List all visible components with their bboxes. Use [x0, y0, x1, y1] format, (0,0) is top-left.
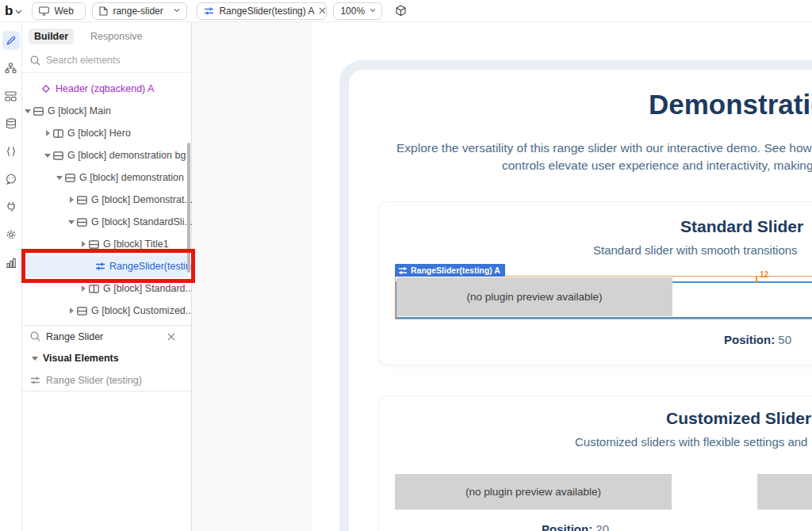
tree-label: G [block] Standard... [103, 283, 192, 294]
group-rows-icon [63, 174, 76, 182]
caret-right-icon[interactable] [67, 197, 75, 203]
settings-gear-icon[interactable] [2, 225, 20, 244]
page-select[interactable]: range-slider [92, 2, 187, 20]
tree-item-demonstration-bg[interactable]: G [block] demonstration bg [22, 144, 192, 166]
zoom-select[interactable]: 100% [333, 2, 382, 20]
caret-down-icon [32, 357, 38, 361]
search-icon [30, 55, 40, 66]
tree-item-demonstration[interactable]: G [block] demonstration [22, 166, 192, 189]
tree-item-standardsli[interactable]: G [block] StandardSli... [22, 211, 192, 233]
backend-braces-icon[interactable] [2, 142, 20, 161]
tree-item-hero[interactable]: G [block] Hero [22, 122, 192, 144]
platform-select[interactable]: Web [32, 2, 86, 20]
plugins-plug-icon[interactable] [2, 197, 20, 216]
design-canvas[interactable]: Demonstration Explore the versatility of… [192, 22, 812, 531]
page-icon [99, 6, 108, 16]
element-search-row [22, 325, 192, 347]
reusable-diamond-icon [40, 84, 52, 94]
position-value: 50 [778, 333, 791, 346]
tree-item-customized[interactable]: G [block] Customized... [22, 300, 192, 322]
gap-size-label: 12 [760, 270, 768, 279]
badge-label: RangeSlider(testing) A [411, 266, 500, 275]
close-tab-icon[interactable] [319, 7, 326, 14]
tree-label: G [block] demonstration [79, 172, 184, 183]
selected-element-badge[interactable]: RangeSlider(testing) A [395, 264, 505, 277]
left-icon-rail [0, 22, 22, 531]
position-label: Position: [724, 333, 775, 346]
plugin-preview-placeholder[interactable]: (no plugin preview available) [395, 474, 672, 510]
panel-tabs: Builder Responsive [22, 22, 191, 49]
standard-card-title: Standard Slider [680, 217, 803, 236]
clear-search-icon[interactable] [167, 333, 175, 341]
tree-item-header[interactable]: Header (zqbackend) A [22, 78, 192, 100]
annotation-highlight-box [21, 249, 195, 283]
element-tab[interactable]: RangeSlider(testing) A [197, 2, 327, 20]
group-columns-icon [52, 129, 64, 138]
component-cube-icon[interactable] [395, 5, 407, 17]
position-label: Position: [542, 522, 592, 531]
group-rows-icon [75, 196, 88, 204]
workflow-sitemap-icon[interactable] [2, 59, 20, 78]
element-search-input[interactable] [46, 331, 162, 342]
search-elements-input[interactable] [46, 55, 165, 66]
palette-item-label: Range Slider (testing) [46, 375, 142, 386]
standard-position-readout: Position: 50 [724, 333, 791, 346]
customized-card-title: Customized Sliders [666, 409, 812, 428]
visual-elements-section[interactable]: Visual Elements [22, 347, 192, 369]
group-rows-icon [75, 307, 88, 315]
gap-tick-mark [756, 277, 757, 283]
layout-wireframe-icon[interactable] [2, 86, 20, 105]
tree-label: G [block] demonstration bg [67, 150, 186, 161]
tree-label: G [block] Customized... [91, 305, 192, 316]
logs-chart-icon[interactable] [2, 253, 20, 272]
tree-label: G [block] Demonstrat... [91, 194, 192, 205]
plugin-preview-placeholder[interactable] [757, 474, 812, 510]
group-rows-icon [75, 218, 88, 227]
caret-down-icon[interactable] [44, 154, 52, 158]
tree-label: G [block] Title1 [103, 239, 169, 250]
chevron-down-icon [79, 9, 79, 13]
caret-right-icon[interactable] [44, 130, 52, 136]
styles-palette-icon[interactable] [2, 170, 20, 189]
tab-responsive[interactable]: Responsive [85, 29, 147, 44]
monitor-icon [39, 6, 49, 16]
caret-down-icon[interactable] [24, 109, 32, 113]
zoom-level: 100% [340, 6, 365, 17]
chevron-down-icon [174, 9, 180, 13]
caret-right-icon[interactable] [67, 308, 75, 314]
customized-position-readout: Position: 20 [542, 522, 609, 531]
element-tree: Header (zqbackend) A G [block] Main G [b… [22, 78, 192, 322]
new-elements-panel: Visual Elements Range Slider (testing) [22, 325, 192, 392]
caret-right-icon[interactable] [79, 285, 87, 292]
caret-down-icon[interactable] [67, 220, 75, 224]
bubble-logo[interactable]: b [5, 3, 13, 19]
database-icon[interactable] [2, 114, 20, 133]
caret-right-icon[interactable] [79, 241, 87, 247]
intro-text-line2: controls elevate user experience and int… [502, 159, 812, 173]
range-slider-icon [30, 376, 40, 385]
intro-text-line1: Explore the versatility of this range sl… [396, 141, 812, 155]
page-label: range-slider [113, 6, 169, 17]
chevron-down-icon [370, 9, 375, 13]
group-rows-icon [32, 107, 44, 116]
tree-item-demonstrat[interactable]: G [block] Demonstrat... [22, 189, 192, 211]
group-rows-icon [87, 240, 100, 249]
top-toolbar: b Web range-slider RangeSlider(testing) … [0, 0, 812, 22]
palette-item-range-slider[interactable]: Range Slider (testing) [22, 369, 192, 392]
tree-label: Header (zqbackend) A [56, 83, 154, 94]
element-tab-label: RangeSlider(testing) A [219, 6, 314, 17]
logo-chevron-down-icon[interactable] [15, 10, 22, 14]
design-pencil-icon[interactable] [2, 31, 20, 50]
standard-card-subtitle: Standard slider with smooth transitions [593, 243, 798, 257]
position-value: 20 [596, 522, 609, 531]
platform-label: Web [54, 6, 73, 17]
group-rows-icon [52, 151, 64, 160]
tree-label: G [block] Hero [67, 128, 131, 139]
tree-item-main[interactable]: G [block] Main [22, 100, 192, 122]
range-slider-icon [398, 266, 408, 275]
plugin-preview-placeholder[interactable]: (no plugin preview available) [396, 277, 672, 316]
caret-down-icon[interactable] [56, 176, 63, 180]
elements-search-row [22, 49, 191, 73]
tab-builder[interactable]: Builder [29, 29, 74, 44]
page-heading: Demonstration [649, 89, 812, 120]
